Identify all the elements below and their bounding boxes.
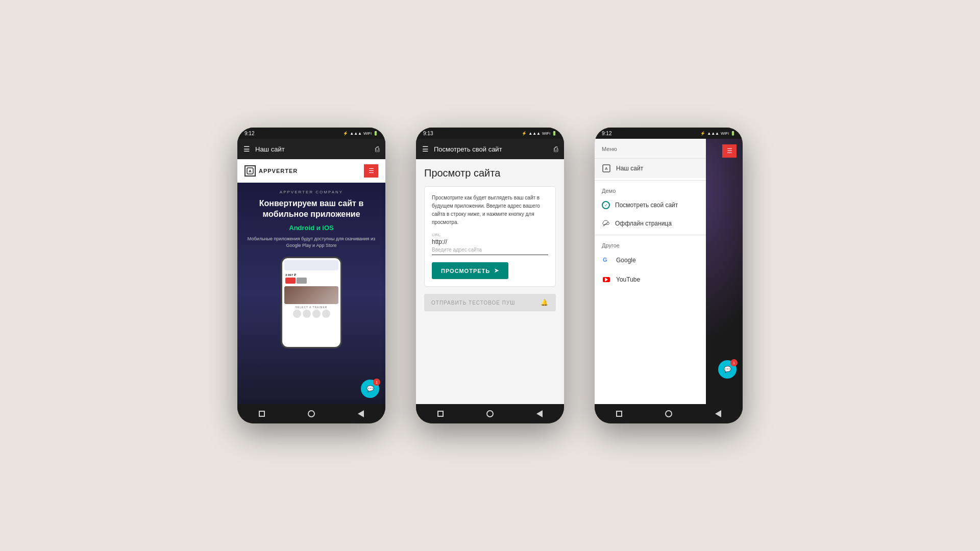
phone-2: 9:13 ⚡ ▲▲▲ WiFi 🔋 ☰ Посмотреть свой сайт… <box>416 128 564 423</box>
wifi-icon: WiFi <box>363 131 372 136</box>
push-button[interactable]: ОТПРАВИТЬ ТЕСТОВОЕ ПУШ 🔔 <box>424 294 556 311</box>
hero-section: APPVERTER COMPANY Конвертируем ваш сайт … <box>237 183 385 404</box>
home-circle-btn-2[interactable] <box>486 410 494 417</box>
bluetooth-icon-2: ⚡ <box>522 131 527 136</box>
menu-button-1[interactable]: ☰ <box>364 164 378 178</box>
phone-1: 9:12 ⚡ ▲▲▲ WiFi 🔋 ☰ Наш сайт ⎙ A APPVERT… <box>237 128 385 423</box>
description-card: Просмотрите как будет выглядеть ваш сайт… <box>424 186 556 287</box>
status-icons-2: ⚡ ▲▲▲ WiFi 🔋 <box>522 131 557 136</box>
back-triangle-btn-1[interactable] <box>358 410 364 417</box>
preview-btn-label: ПРОСМОТРЕТЬ <box>441 268 490 274</box>
logo-icon: A <box>244 165 256 177</box>
drawer-item-preview-site[interactable]: ✓ Посмотреть свой сайт <box>595 196 706 214</box>
back-square-btn-1[interactable] <box>259 411 265 417</box>
hero-title: Конвертируем ваш сайт в мобильное прилож… <box>244 198 378 220</box>
svg-text:A: A <box>605 166 608 171</box>
status-bar-3: 9:12 ⚡ ▲▲▲ WiFi 🔋 <box>595 128 743 139</box>
back-triangle-btn-3[interactable] <box>715 410 721 417</box>
drawer-section-demo: Демо <box>595 183 706 196</box>
signal-icon-2: ▲▲▲ <box>528 131 541 136</box>
url-label: URL <box>432 233 548 237</box>
drawer-item-label-preview: Посмотреть свой сайт <box>615 202 678 209</box>
description-text: Просмотрите как будет выглядеть ваш сайт… <box>432 194 548 227</box>
drawer-item-youtube[interactable]: YouTube <box>595 270 706 289</box>
drawer-item-offline[interactable]: Оффлайн страница <box>595 214 706 233</box>
status-icons-3: ⚡ ▲▲▲ WiFi 🔋 <box>700 131 736 136</box>
bell-icon: 🔔 <box>541 299 549 306</box>
app-bar-2: ☰ Посмотреть свой сайт ⎙ <box>416 139 564 159</box>
url-input-value[interactable]: http:// <box>432 238 548 245</box>
bottom-nav-1 <box>237 404 385 423</box>
menu-btn-icon-1: ☰ <box>369 167 374 174</box>
drawer-divider-1 <box>595 180 706 181</box>
drawer-header: Меню <box>595 139 706 159</box>
hero-company: APPVERTER COMPANY <box>280 190 343 194</box>
drawer-item-label-our-site: Наш сайт <box>616 165 643 172</box>
battery-icon: 🔋 <box>373 131 378 136</box>
bottom-nav-3 <box>595 404 743 423</box>
signal-icon-3: ▲▲▲ <box>707 131 719 136</box>
drawer-item-our-site[interactable]: A Наш сайт <box>595 159 706 178</box>
battery-icon-2: 🔋 <box>552 131 557 136</box>
back-triangle-btn-2[interactable] <box>536 410 543 417</box>
hamburger-icon-1[interactable]: ☰ <box>243 145 250 153</box>
hero-subtitle: Android и iOS <box>289 224 333 232</box>
status-bar-1: 9:12 ⚡ ▲▲▲ WiFi 🔋 <box>237 128 385 139</box>
drawer-divider-2 <box>595 235 706 235</box>
preview-button[interactable]: ПРОСМОТРЕТЬ ➤ <box>432 262 508 279</box>
drawer-item-label-offline: Оффлайн страница <box>615 220 672 227</box>
checkmark-icon: ✓ <box>602 201 610 209</box>
status-time-1: 9:12 <box>244 131 254 136</box>
hero-desc: Мобильные приложения будут доступны для … <box>244 236 378 249</box>
status-bar-2: 9:13 ⚡ ▲▲▲ WiFi 🔋 <box>416 128 564 139</box>
menu-btn-3[interactable]: ☰ <box>722 144 737 158</box>
bluetooth-icon: ⚡ <box>343 131 348 136</box>
appverter-logo: A APPVERTER <box>244 165 298 177</box>
share-icon-1[interactable]: ⎙ <box>375 145 379 153</box>
phone-mockup: 3 097 ₽ SELECT A TRAINER <box>281 257 342 348</box>
chat-float-button-3[interactable]: 💬 1 <box>718 360 737 379</box>
preview-arrow-icon: ➤ <box>494 267 499 274</box>
phone1-content: A APPVERTER ☰ APPVERTER COMPANY Конверти… <box>237 159 385 404</box>
home-icon: A <box>602 164 611 173</box>
status-time-2: 9:13 <box>423 131 433 136</box>
drawer-menu-label: Меню <box>602 146 617 152</box>
chat-float-button-1[interactable]: 💬 1 <box>361 380 379 398</box>
share-icon-2[interactable]: ⎙ <box>554 145 558 153</box>
phone3-main-content: A Appverter Демо-приложение ☰ Меню A <box>595 139 743 404</box>
app-bar-1: ☰ Наш сайт ⎙ <box>237 139 385 159</box>
wifi-icon-3: WiFi <box>721 131 729 136</box>
page-title-2: Просмотр сайта <box>424 167 556 179</box>
status-icons-1: ⚡ ▲▲▲ WiFi 🔋 <box>343 131 378 136</box>
logo-text: APPVERTER <box>259 168 298 174</box>
svg-line-6 <box>603 222 608 226</box>
drawer-item-label-youtube: YouTube <box>616 276 640 283</box>
offline-icon <box>602 219 610 228</box>
push-btn-label: ОТПРАВИТЬ ТЕСТОВОЕ ПУШ <box>431 300 515 306</box>
app-bar-title-2: Посмотреть свой сайт <box>434 145 554 153</box>
navigation-drawer: Меню A Наш сайт Демо ✓ Посмотреть свой с… <box>595 139 706 404</box>
svg-text:A: A <box>249 169 252 173</box>
phone-3: 9:12 ⚡ ▲▲▲ WiFi 🔋 A Appverter Демо-прило… <box>595 128 743 423</box>
youtube-icon <box>602 275 611 284</box>
battery-icon-3: 🔋 <box>730 131 736 136</box>
home-circle-btn-1[interactable] <box>308 410 315 417</box>
chat-badge-3: 1 <box>730 359 738 366</box>
bluetooth-icon-3: ⚡ <box>700 131 705 136</box>
app-bar-title-1: Наш сайт <box>255 145 375 153</box>
hamburger-icon-2[interactable]: ☰ <box>422 145 429 153</box>
url-input-container: URL http:// Введите адрес сайта <box>432 233 548 255</box>
home-circle-btn-3[interactable] <box>665 410 672 417</box>
back-square-btn-3[interactable] <box>616 411 622 417</box>
status-time-3: 9:12 <box>602 131 611 136</box>
drawer-item-google[interactable]: G Google <box>595 251 706 270</box>
bottom-nav-2 <box>416 404 564 423</box>
back-square-btn-2[interactable] <box>437 411 444 417</box>
chat-badge-1: 1 <box>373 379 380 386</box>
wifi-icon-2: WiFi <box>542 131 550 136</box>
drawer-item-label-google: Google <box>616 257 636 264</box>
phone1-header: A APPVERTER ☰ <box>237 159 385 183</box>
drawer-section-other: Другое <box>595 237 706 251</box>
phone2-content: Просмотр сайта Просмотрите как будет выг… <box>416 159 564 404</box>
google-icon: G <box>602 256 611 265</box>
